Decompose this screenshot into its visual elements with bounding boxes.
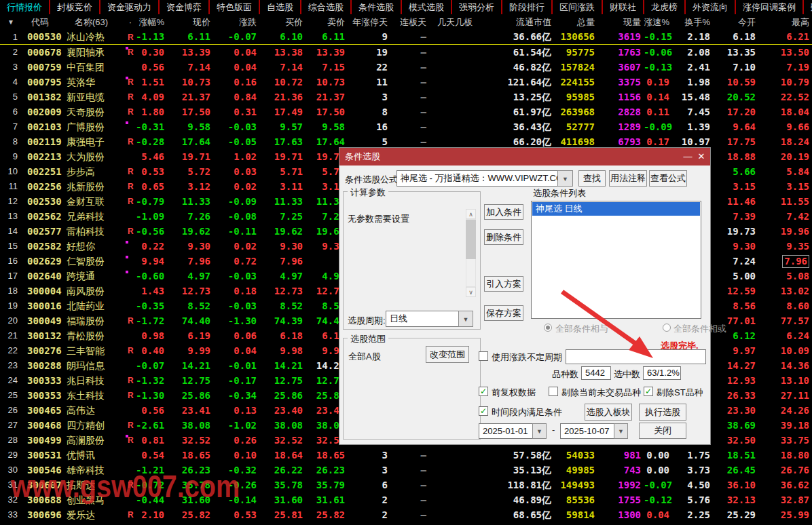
sort-dropdown-icon[interactable]: ▼ [0,14,22,30]
save-plan-button[interactable]: 保存方案 [484,305,523,321]
cell-mark [125,403,136,418]
table-row-002103[interactable]: 7002103广博股份-0.319.58-0.039.579.5816–36.4… [0,119,812,134]
col-header-buy[interactable]: 买价 [259,14,306,30]
scrollbar-down-icon[interactable]: ∨ [466,287,476,297]
usage-notes-button[interactable]: 用法注释 [609,170,647,187]
menu-item-2[interactable]: 资金驱动力 [100,0,160,14]
cell-name: 四方精创 [65,418,125,433]
menu-item-13[interactable]: 龙虎榜 [644,0,686,14]
cell-code: 300004 [22,284,65,298]
condition-list-item-selected[interactable]: 神尾选 日线 [532,202,700,216]
col-header-price[interactable]: 现价 [167,14,213,30]
checkbox-variable-period[interactable] [479,351,488,361]
radio-all-or[interactable] [663,324,671,332]
checkbox-forward-adjust[interactable]: ✓ [479,387,488,396]
cell-consec-boards: – [390,30,429,44]
period-select[interactable]: 日线 [386,311,459,327]
r-marker-icon: R [128,48,134,56]
col-header-open[interactable]: 今开 [713,14,758,30]
col-header-high[interactable]: 最高 [758,14,812,30]
menu-item-6[interactable]: 综合选股 [301,0,352,14]
checkbox-exclude-st[interactable]: ✓ [644,387,653,396]
menu-item-9[interactable]: 强弱分析 [452,0,502,14]
execute-pick-button[interactable]: 执行选股 [639,404,686,421]
menu-item-0[interactable]: 行情报价 [0,0,50,14]
table-row-300531[interactable]: 29300531优博讯0.5418.650.1018.6418.653–57.5… [0,448,812,463]
period-dropdown-icon[interactable]: ▼ [458,311,473,327]
col-header-turnover[interactable]: 换手% [672,14,713,30]
col-header-boards[interactable]: 几天几板 [429,14,475,30]
cell-high: 26.76 [758,463,812,478]
table-row-000530[interactable]: 1000530冰山冷热R-1.136.11-0.076.106.119–36.6… [0,30,812,45]
cell-code: 300499 [22,433,65,448]
cell-high: 20.19 [758,149,812,164]
scrollbar-up-icon[interactable]: ∧ [466,209,476,219]
table-row-300696[interactable]: 33300696爱乐达R2.1025.820.5325.8125.822–68.… [0,507,812,522]
table-row-000678[interactable]: 2000678襄阳轴承R0.3013.390.0413.3813.3919–61… [0,45,812,60]
cell-cur-volume: 1289 [597,119,644,134]
date-to-select[interactable]: 2025-10-07 [560,423,614,439]
minimize-icon[interactable]: — [682,148,694,166]
add-condition-button[interactable]: 加入条件 [484,204,523,220]
formula-dropdown-icon[interactable]: ▼ [557,170,573,187]
cell-name: 爱乐达 [65,507,125,522]
cell-name: 广博股份 [65,119,125,134]
cell-buy: 9.30 [259,239,306,254]
date-from-select[interactable]: 2025-01-01 [479,423,533,439]
menu-item-12[interactable]: 财联社 [603,0,644,14]
find-button[interactable]: 查找 [578,170,606,187]
close-dialog-button[interactable]: 关闭 [639,423,686,439]
col-header-change-pct[interactable]: 涨幅% [136,14,167,30]
col-header-cur-volume[interactable]: 现量 [597,14,644,30]
col-header-float-cap[interactable]: 流通市值 [475,14,554,30]
col-header-change[interactable]: 涨跌 [213,14,259,30]
r-marker-icon: R [128,78,134,86]
menu-item-16[interactable]: 数据下载 [804,0,812,14]
checkbox-time-range[interactable]: ✓ [479,406,488,416]
table-row-001382[interactable]: 5001382新亚电缆R4.0921.370.8421.3621.373–13.… [0,90,812,104]
delete-condition-button[interactable]: 删除条件 [484,229,523,245]
dialog-titlebar[interactable]: 条件选股 [339,148,710,166]
close-icon[interactable]: ✕ [695,148,707,166]
menu-item-14[interactable]: 外资流向 [686,0,736,14]
view-formula-button[interactable]: 查看公式 [649,170,687,187]
col-header-speed[interactable]: 涨速% [644,14,672,30]
scrollbar-thumb[interactable] [466,220,476,259]
menu-item-15[interactable]: 涨停回调案例 [736,0,804,14]
menu-item-10[interactable]: 阶段排行 [502,0,553,14]
import-plan-button[interactable]: 引入方案 [484,276,523,292]
col-header-consec-boards[interactable]: 连板天 [390,14,429,30]
col-header-code[interactable]: 代码 [22,14,65,30]
formula-combobox[interactable]: 神尾选 - 万指通精选：WWW.VIPWZT.COM [396,170,558,187]
menu-item-4[interactable]: 特色版面 [210,0,260,14]
col-header-mark[interactable]: · [125,14,136,30]
change-range-button[interactable]: 改变范围 [426,346,469,363]
menu-item-1[interactable]: 封板竞价 [50,0,100,14]
table-row-002009[interactable]: 6002009天奇股份R1.8017.500.3117.4917.508–61.… [0,104,812,119]
col-header-name[interactable]: 名称(63) [65,14,125,30]
menu-item-3[interactable]: 资金博弈 [160,0,210,14]
menu-item-5[interactable]: 自选股 [260,0,301,14]
table-row-000759[interactable]: 3000759中百集团0.567.140.047.147.1522–46.82亿… [0,60,812,75]
cell-change: -0.05 [213,134,259,149]
col-header-volume[interactable]: 总量 [554,14,597,30]
table-row-000795[interactable]: 4000795英洛华R1.5110.730.1610.7210.7311–121… [0,75,812,90]
cell-rownum: 3 [0,60,22,75]
cell-name: 仁智股份 [65,254,125,269]
checkbox-exclude-untraded[interactable] [549,387,558,396]
date-from-dropdown-icon[interactable]: ▼ [532,423,547,439]
col-header-limitup-days[interactable]: 年涨停天 [348,14,390,30]
cell-change-pct: 4.09 [136,90,167,104]
table-row-002119[interactable]: 8002119康强电子R-0.2817.64-0.0517.6317.645–6… [0,134,812,149]
radio-all-and[interactable] [544,324,552,332]
menu-item-11[interactable]: 区间涨跌 [553,0,603,14]
menu-item-8[interactable]: 模式选股 [402,0,452,14]
menu-item-7[interactable]: 条件选股 [352,0,402,14]
cell-mark [125,284,136,298]
col-header-sell[interactable]: 卖价 [306,14,348,30]
date-to-dropdown-icon[interactable]: ▼ [614,423,628,439]
variable-period-input[interactable] [566,349,706,364]
condition-listbox[interactable]: 神尾选 日线 [531,201,701,319]
cell-high: 25.99 [758,507,812,522]
pick-to-block-button[interactable]: 选股入板块 [585,404,632,421]
